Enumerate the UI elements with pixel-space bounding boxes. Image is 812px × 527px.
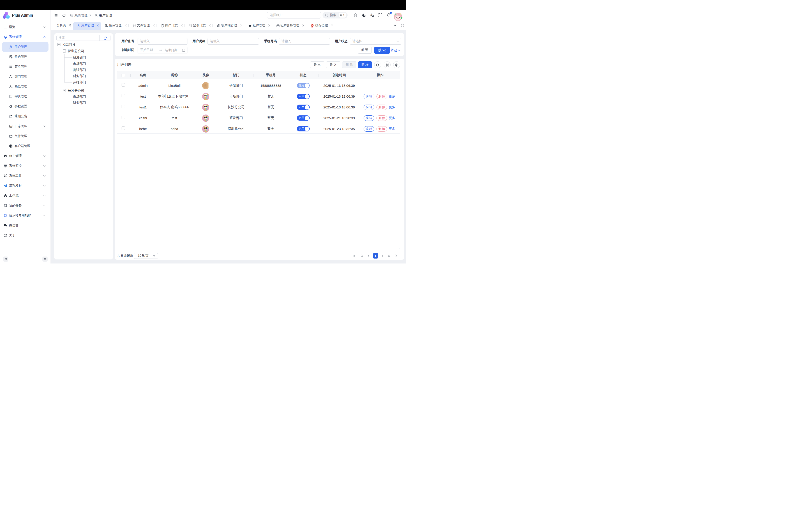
svg-text:文: 文: [370, 13, 373, 16]
svg-text:DEV: DEV: [10, 125, 12, 127]
svg-text:redis: redis: [311, 27, 313, 28]
